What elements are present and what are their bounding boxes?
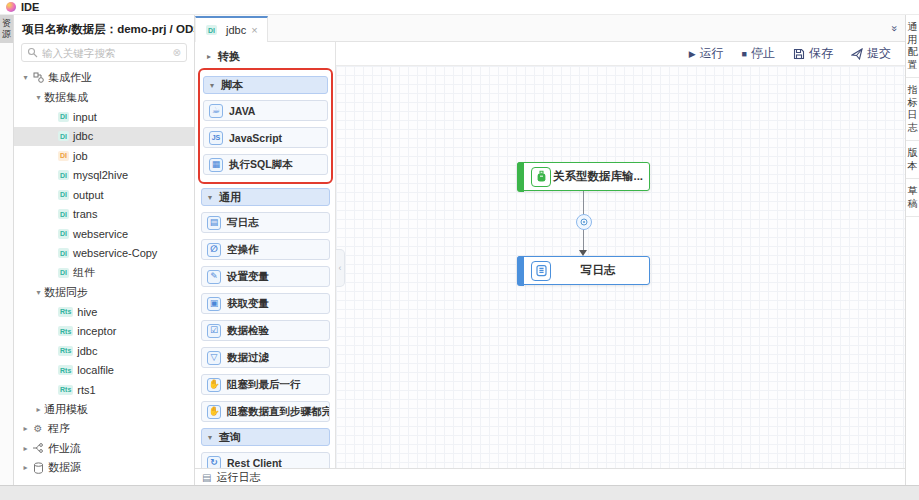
gear-icon: ⚙ [31, 423, 45, 434]
chevron-down-icon[interactable]: ▾ [33, 288, 44, 297]
run-button[interactable]: ▶运行 [689, 45, 724, 62]
tree-item-数据集成[interactable]: ▾数据集成 [14, 88, 194, 108]
tree-item-组件[interactable]: DI组件 [14, 263, 194, 283]
right-tab-指标日志[interactable]: 指标日志 [906, 78, 919, 141]
chevron-down-icon[interactable]: ▾ [20, 73, 31, 82]
app-logo-icon [6, 2, 16, 12]
node-label: 写日志 [551, 263, 649, 278]
stop-icon: ■ [742, 49, 747, 59]
tree-item-label: output [73, 189, 104, 201]
tree-item-trans[interactable]: DItrans [14, 205, 194, 225]
tree-item-集成作业[interactable]: ▾集成作业 [14, 68, 194, 88]
canvas-node-写日志[interactable]: 写日志 [517, 256, 650, 285]
palette-item-数据过滤[interactable]: ▽数据过滤 [201, 347, 330, 368]
right-tab-版本[interactable]: 版本 [906, 141, 919, 179]
di-badge-icon: DI [58, 268, 69, 278]
palette-item-label: 设置变量 [227, 270, 269, 284]
chevron-right-icon[interactable]: ▸ [20, 444, 31, 453]
palette-item-获取变量[interactable]: ▣获取变量 [201, 293, 330, 314]
tree-item-label: inceptor [77, 325, 116, 337]
save-button[interactable]: 保存 [793, 45, 833, 62]
right-tab-通用配置[interactable]: 通用配置 [906, 15, 919, 78]
chevron-down-icon[interactable]: ▾ [33, 93, 44, 102]
tree-item-label: jdbc [77, 345, 97, 357]
rts-badge-icon: Rts [58, 346, 73, 356]
tree-item-数据源[interactable]: ▸数据源 [14, 458, 194, 478]
chevron-right-icon[interactable]: ▸ [20, 424, 31, 433]
tree-item-程序[interactable]: ▸⚙程序 [14, 419, 194, 439]
tree-item-label: input [73, 111, 97, 123]
canvas-node-关系型数据库输...[interactable]: 关系型数据库输... [517, 162, 650, 191]
tree-item-数据同步[interactable]: ▾数据同步 [14, 283, 194, 303]
palette-item-JavaScript[interactable]: JSJavaScript [203, 127, 328, 148]
chevron-right-icon[interactable]: ▸ [33, 405, 44, 414]
tree-item-jdbc[interactable]: Rtsjdbc [14, 341, 194, 361]
di-badge-icon: DI [58, 248, 69, 258]
search-input[interactable] [42, 47, 169, 59]
collapse-tabs-button[interactable]: » [892, 22, 897, 34]
palette-item-阻塞数据直到步骤都完成[interactable]: ✋阻塞数据直到步骤都完成 [201, 401, 330, 422]
tree-item-mysql2hive[interactable]: DImysql2hive [14, 166, 194, 186]
tree-item-作业流[interactable]: ▸作业流 [14, 439, 194, 459]
di-badge-icon: DI [58, 151, 69, 161]
stop-button[interactable]: ■停止 [742, 45, 775, 62]
palette-item-阻塞到最后一行[interactable]: ✋阻塞到最后一行 [201, 374, 330, 395]
di-badge-icon: DI [58, 112, 69, 122]
tree-item-webservice[interactable]: DIwebservice [14, 224, 194, 244]
submit-button[interactable]: 提交 [851, 45, 891, 62]
collapse-palette-handle[interactable]: ‹ [336, 249, 345, 287]
flow-canvas[interactable]: ‹ 关系型数据库输...写日志 [336, 66, 905, 468]
activity-tab-resources[interactable]: 资源 [0, 15, 13, 43]
palette-item-空操作[interactable]: ∅空操作 [201, 239, 330, 260]
palette-item-数据检验[interactable]: ☑数据检验 [201, 320, 330, 341]
search-box[interactable]: ⊗ [21, 43, 187, 62]
tree-item-inceptor[interactable]: Rtsinceptor [14, 322, 194, 342]
tree-item-localfile[interactable]: Rtslocalfile [14, 361, 194, 381]
palette-item-Rest Client[interactable]: ↻Rest Client [201, 452, 330, 468]
tree-item-label: trans [73, 208, 97, 220]
di-badge-icon: DI [58, 170, 69, 180]
tree-item-output[interactable]: DIoutput [14, 185, 194, 205]
tree-item-webservice-Copy[interactable]: DIwebservice-Copy [14, 244, 194, 264]
di-badge-icon: DI [58, 131, 69, 141]
palette-section-查询[interactable]: ▾查询 [201, 428, 330, 446]
play-icon: ▶ [689, 49, 696, 59]
palette-section-label: 转换 [218, 49, 240, 64]
rts-badge-icon: Rts [58, 385, 73, 395]
palette-item-label: 写日志 [227, 216, 259, 230]
palette-item-写日志[interactable]: ▤写日志 [201, 212, 330, 233]
tree-item-label: mysql2hive [73, 169, 128, 181]
tree-item-jdbc[interactable]: DIjdbc [14, 127, 194, 147]
tree-item-input[interactable]: DIinput [14, 107, 194, 127]
tab-jdbc[interactable]: DI jdbc × [195, 16, 268, 42]
tree-item-通用模板[interactable]: ▸通用模板 [14, 400, 194, 420]
node-accent-bar [517, 162, 524, 192]
data-filter-icon: ▽ [207, 351, 221, 365]
tree-item-label: 作业流 [48, 441, 81, 456]
right-panel-tabs: 通用配置指标日志版本草稿 [905, 15, 919, 485]
tree-item-label: 数据集成 [44, 90, 88, 105]
node-label: 关系型数据库输... [551, 169, 649, 184]
palette-item-执行SQL脚本[interactable]: ▦执行SQL脚本 [203, 154, 328, 175]
close-icon[interactable]: × [251, 24, 257, 36]
palette-item-JAVA[interactable]: ☕JAVA [203, 100, 328, 121]
palette-section-脚本[interactable]: ▾脚本 [203, 76, 328, 94]
tree-item-label: webservice [73, 228, 128, 240]
right-tab-草稿[interactable]: 草稿 [906, 179, 919, 217]
tree-item-label: localfile [77, 364, 114, 376]
chevron-right-icon[interactable]: ▸ [20, 463, 31, 472]
tree-item-label: rts1 [77, 384, 95, 396]
write-log-icon: ▤ [207, 216, 221, 230]
edge-link-icon[interactable] [576, 214, 592, 230]
clear-search-icon[interactable]: ⊗ [173, 47, 181, 58]
palette-item-设置变量[interactable]: ✎设置变量 [201, 266, 330, 287]
workflow-icon [31, 443, 45, 453]
run-log-bar[interactable]: ▤ 运行日志 [195, 468, 905, 485]
palette-section-转换[interactable]: ▸转换 [201, 47, 330, 65]
palette-section-通用[interactable]: ▾通用 [201, 188, 330, 206]
submit-label: 提交 [867, 45, 891, 62]
palette-item-label: 空操作 [227, 243, 259, 257]
tree-item-hive[interactable]: Rtshive [14, 302, 194, 322]
tree-item-job[interactable]: DIjob [14, 146, 194, 166]
tree-item-rts1[interactable]: Rtsrts1 [14, 380, 194, 400]
